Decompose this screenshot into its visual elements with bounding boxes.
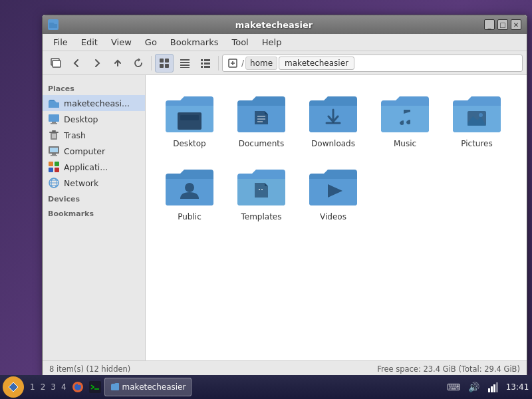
- sidebar-network-label: Network: [64, 178, 98, 188]
- taskbar-firefox-icon[interactable]: [70, 379, 86, 395]
- svg-rect-8: [180, 62, 190, 63]
- menu-tool[interactable]: Tool: [226, 36, 253, 49]
- file-grid: Desktop Documents: [146, 75, 527, 360]
- start-button[interactable]: [3, 376, 24, 398]
- keyboard-icon[interactable]: ⌨: [446, 379, 462, 395]
- svg-rect-18: [49, 114, 59, 122]
- svg-rect-16: [204, 66, 210, 68]
- sidebar-item-home[interactable]: maketecheasi...: [43, 95, 145, 111]
- svg-rect-5: [160, 64, 164, 68]
- network-icon[interactable]: [485, 379, 501, 395]
- taskbar-right: ⌨ 🔊 13:41: [446, 379, 529, 395]
- svg-rect-3: [160, 59, 164, 63]
- back-button[interactable]: [67, 54, 86, 72]
- svg-rect-28: [50, 148, 58, 152]
- status-left: 8 item(s) (12 hidden): [49, 364, 130, 374]
- file-label: Public: [178, 212, 201, 221]
- svg-rect-22: [49, 132, 59, 133]
- window-icon: [48, 19, 59, 30]
- sidebar: Places maketecheasi... Deskto: [43, 75, 146, 360]
- svg-rect-20: [51, 123, 57, 124]
- list-item[interactable]: Documents: [228, 86, 295, 154]
- file-label: Desktop: [173, 139, 206, 148]
- path-current: maketecheasier: [279, 57, 354, 70]
- svg-rect-29: [52, 154, 56, 155]
- svg-rect-13: [201, 63, 203, 65]
- file-label: Pictures: [461, 139, 493, 148]
- sidebar-item-applications[interactable]: Applicati...: [43, 159, 145, 175]
- path-bar: / home maketecheasier: [222, 55, 523, 72]
- icon-view-button[interactable]: [155, 54, 174, 72]
- svg-rect-34: [55, 168, 59, 172]
- maximize-button[interactable]: □: [497, 19, 508, 30]
- places-label: Places: [43, 80, 145, 95]
- sidebar-desktop-label: Desktop: [64, 114, 98, 124]
- menu-edit[interactable]: Edit: [76, 36, 103, 49]
- active-app-label: maketecheasier: [122, 382, 186, 392]
- menu-help[interactable]: Help: [257, 36, 287, 49]
- volume-icon[interactable]: 🔊: [466, 379, 481, 395]
- svg-rect-33: [49, 168, 53, 172]
- svg-rect-15: [201, 66, 203, 68]
- sidebar-item-computer[interactable]: Computer: [43, 143, 145, 159]
- path-sep-1: /: [241, 59, 244, 68]
- sidebar-applications-label: Applicati...: [64, 162, 108, 172]
- svg-rect-56: [496, 382, 498, 392]
- list-item[interactable]: Templates: [228, 159, 295, 227]
- up-button[interactable]: [108, 54, 127, 72]
- list-item[interactable]: Desktop: [156, 86, 223, 154]
- svg-rect-53: [488, 388, 490, 392]
- menu-go[interactable]: Go: [140, 36, 162, 49]
- file-label: Templates: [241, 212, 281, 221]
- svg-rect-19: [52, 122, 56, 123]
- list-item[interactable]: Public: [156, 159, 223, 227]
- svg-point-48: [185, 183, 194, 192]
- devices-label: Devices: [43, 191, 145, 205]
- svg-point-47: [479, 113, 483, 117]
- forward-button[interactable]: [88, 54, 106, 72]
- svg-rect-10: [180, 67, 190, 68]
- main-content: Places maketecheasi... Deskto: [43, 75, 527, 360]
- list-item[interactable]: Music: [372, 86, 438, 154]
- path-home-button[interactable]: home: [245, 57, 277, 70]
- path-icon-button[interactable]: [225, 56, 240, 70]
- sidebar-item-desktop[interactable]: Desktop: [43, 111, 145, 127]
- status-right: Free space: 23.4 GiB (Total: 29.4 GiB): [377, 364, 520, 374]
- minimize-button[interactable]: _: [484, 19, 495, 30]
- svg-rect-54: [491, 386, 493, 392]
- svg-rect-51: [89, 381, 101, 393]
- taskbar-active-app[interactable]: maketecheasier: [104, 378, 192, 396]
- toolbar-separator-2: [218, 56, 219, 70]
- workspace-1[interactable]: 1: [28, 382, 37, 392]
- workspace-3[interactable]: 3: [49, 382, 58, 392]
- svg-rect-41: [180, 115, 199, 120]
- svg-rect-6: [165, 64, 169, 68]
- menu-file[interactable]: File: [48, 36, 73, 49]
- list-view-button[interactable]: [196, 54, 215, 72]
- svg-rect-31: [49, 162, 53, 166]
- svg-rect-30: [51, 155, 57, 156]
- close-button[interactable]: ✕: [511, 19, 521, 30]
- svg-rect-9: [180, 65, 190, 66]
- file-label: Videos: [320, 212, 346, 221]
- svg-rect-7: [180, 59, 190, 61]
- sidebar-item-network[interactable]: Network: [43, 175, 145, 191]
- sidebar-computer-label: Computer: [64, 146, 105, 156]
- sidebar-item-trash[interactable]: Trash: [43, 127, 145, 143]
- list-item[interactable]: Videos: [300, 159, 366, 227]
- workspace-4[interactable]: 4: [59, 382, 68, 392]
- compact-view-button[interactable]: [176, 54, 194, 72]
- toolbar-separator-1: [151, 56, 152, 70]
- list-item[interactable]: Pictures: [444, 86, 510, 154]
- system-clock: 13:41: [505, 382, 529, 392]
- taskbar-terminal-icon[interactable]: [87, 379, 103, 395]
- reload-button[interactable]: [129, 54, 148, 72]
- new-window-button[interactable]: [47, 54, 65, 72]
- menu-bookmarks[interactable]: Bookmarks: [165, 36, 224, 49]
- window-title: maketecheasier: [64, 20, 484, 30]
- workspace-2[interactable]: 2: [39, 382, 48, 392]
- list-item[interactable]: Downloads: [300, 86, 366, 154]
- svg-rect-14: [204, 63, 210, 65]
- title-bar: maketecheasier _ □ ✕: [43, 15, 527, 34]
- menu-view[interactable]: View: [106, 36, 137, 49]
